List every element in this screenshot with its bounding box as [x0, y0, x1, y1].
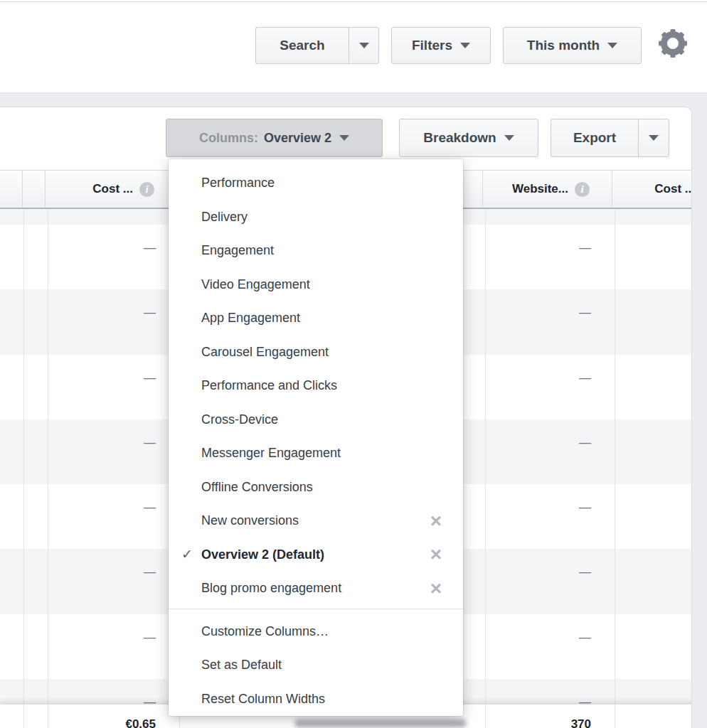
export-button[interactable]: Export — [551, 119, 638, 157]
menu-item-label: Customize Columns… — [201, 624, 329, 639]
cell — [486, 209, 615, 226]
cell-value: — — [615, 225, 692, 289]
remove-preset-icon[interactable]: × — [430, 579, 442, 599]
menu-item-label: Video Engagement — [201, 277, 310, 292]
cell — [615, 209, 692, 226]
date-range-button[interactable]: This month — [503, 27, 642, 64]
column-header-cost[interactable]: Cost ...i — [46, 171, 177, 208]
cell — [24, 209, 48, 226]
gear-icon — [657, 28, 689, 61]
chevron-down-icon — [460, 43, 470, 48]
column-header-label: Website... — [512, 182, 568, 196]
columns-button-value: Overview 2 — [264, 131, 331, 146]
cell-value: — — [486, 549, 615, 614]
menu-item-new-conversions[interactable]: New conversions× — [169, 504, 463, 538]
cell-value: — — [615, 419, 692, 484]
cell — [24, 419, 48, 484]
menu-item-performance[interactable]: Performance — [169, 166, 463, 200]
cell — [0, 484, 24, 549]
export-dropdown-button[interactable] — [638, 119, 669, 157]
cell-value: — — [615, 484, 692, 549]
menu-item-label: Delivery — [201, 210, 248, 225]
cell — [24, 549, 48, 614]
cell-value: — — [48, 614, 180, 679]
cell — [24, 484, 48, 549]
menu-item-label: Set as Default — [201, 658, 282, 673]
chevron-down-icon — [504, 135, 514, 141]
cell — [0, 225, 24, 289]
chevron-down-icon — [339, 135, 349, 141]
cell — [0, 549, 24, 614]
cell-value: — — [486, 419, 615, 484]
filters-button-label: Filters — [412, 38, 452, 53]
column-header-label: Cost ... — [654, 182, 692, 196]
menu-item-offline-conversions[interactable]: Offline Conversions — [169, 471, 463, 505]
chevron-down-icon — [649, 135, 659, 141]
menu-item-app-engagement[interactable]: App Engagement — [169, 301, 463, 336]
cell — [24, 614, 48, 679]
cell-value: — — [615, 289, 692, 354]
menu-item-label: App Engagement — [201, 311, 300, 326]
menu-item-label: Carousel Engagement — [201, 345, 329, 360]
menu-item-overview-2-default[interactable]: ✓Overview 2 (Default)× — [169, 538, 463, 572]
cell-value: — — [486, 289, 615, 354]
menu-divider — [169, 609, 463, 609]
menu-item-video-engagement[interactable]: Video Engagement — [169, 268, 463, 302]
remove-preset-icon[interactable]: × — [430, 511, 442, 531]
cell-value: — — [48, 679, 180, 705]
menu-item-engagement[interactable]: Engagement — [169, 234, 463, 268]
columns-button[interactable]: Columns: Overview 2 — [166, 119, 383, 157]
search-button[interactable]: Search — [255, 27, 349, 64]
menu-item-reset-column-widths[interactable]: Reset Column Widths — [169, 682, 463, 717]
cell-value: — — [486, 225, 615, 289]
menu-item-label: Offline Conversions — [201, 480, 313, 495]
summary-cell — [24, 705, 48, 728]
top-toolbar: Search Filters This month — [0, 0, 707, 93]
cell-value: — — [615, 679, 692, 705]
menu-item-delivery[interactable]: Delivery — [169, 200, 463, 235]
menu-item-set-as-default[interactable]: Set as Default — [169, 648, 463, 682]
column-header-empty — [0, 171, 23, 208]
cell-value: — — [486, 614, 615, 679]
export-button-group: Export — [551, 119, 669, 157]
menu-item-label: Performance and Clicks — [201, 378, 337, 393]
search-dropdown-button[interactable] — [349, 27, 379, 64]
cell-value: — — [615, 355, 692, 419]
menu-item-blog-promo-engagement[interactable]: Blog promo engagement× — [169, 572, 463, 606]
menu-item-customize-columns[interactable]: Customize Columns… — [169, 615, 463, 649]
filters-button[interactable]: Filters — [391, 27, 491, 64]
occluded-text — [295, 719, 466, 727]
cell-value: — — [48, 484, 180, 549]
breakdown-button[interactable]: Breakdown — [399, 119, 538, 157]
column-header-cost[interactable]: Cost ...i — [612, 171, 692, 208]
chevron-down-icon — [359, 43, 369, 48]
check-icon: ✓ — [181, 546, 193, 562]
info-icon[interactable]: i — [139, 182, 154, 197]
menu-item-label: Reset Column Widths — [201, 692, 325, 707]
chevron-down-icon — [607, 43, 617, 48]
menu-item-label: Cross-Device — [201, 412, 278, 427]
menu-item-label: New conversions — [201, 513, 299, 528]
menu-item-messenger-engagement[interactable]: Messenger Engagement — [169, 437, 463, 471]
menu-item-label: Blog promo engagement — [201, 581, 341, 596]
summary-cell — [0, 705, 24, 728]
cell — [24, 355, 48, 419]
menu-item-label: Performance — [201, 176, 275, 191]
menu-item-cross-device[interactable]: Cross-Device — [169, 403, 463, 437]
cell-value: — — [486, 484, 615, 549]
cell-value: — — [48, 355, 180, 419]
menu-item-performance-and-clicks[interactable]: Performance and Clicks — [169, 369, 463, 403]
info-icon[interactable]: i — [575, 182, 590, 197]
cell-value: — — [48, 289, 180, 354]
cell-value: — — [486, 355, 615, 419]
top-divider — [0, 1, 707, 2]
cell — [0, 355, 24, 419]
cell-value: — — [48, 419, 180, 484]
column-header-empty — [23, 171, 46, 208]
summary-value: 370 — [486, 705, 615, 728]
settings-button[interactable] — [656, 28, 689, 60]
cell-value: — — [615, 614, 692, 679]
column-header-website[interactable]: Website...i — [483, 171, 612, 208]
menu-item-carousel-engagement[interactable]: Carousel Engagement — [169, 336, 463, 370]
remove-preset-icon[interactable]: × — [430, 545, 442, 564]
